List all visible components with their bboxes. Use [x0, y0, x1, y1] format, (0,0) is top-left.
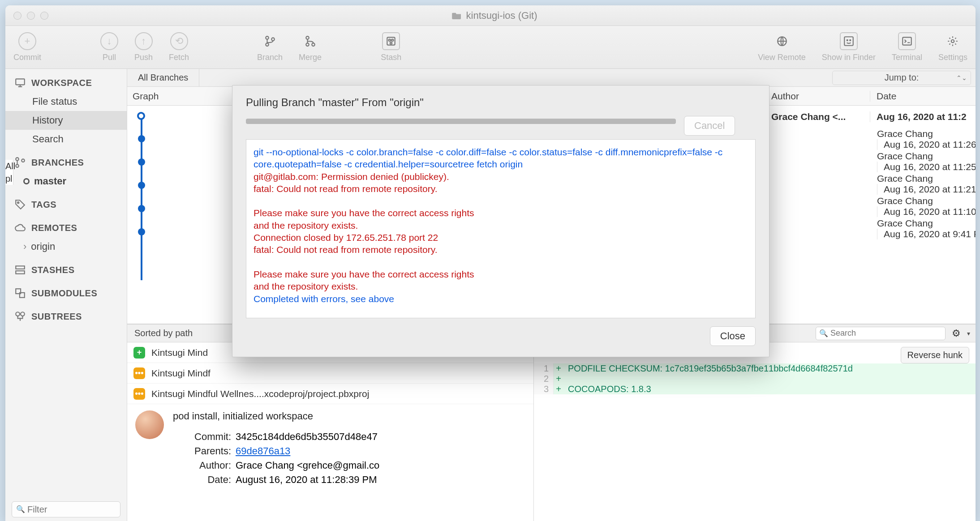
left-tab-pl[interactable]: pl: [5, 174, 13, 184]
app-window: kintsugi-ios (Git) +Commit ↓Pull ↑Push ⟲…: [5, 5, 976, 521]
chevron-right-icon: ›: [23, 241, 26, 252]
search-icon: 🔍: [16, 505, 25, 513]
sidebar-item-master[interactable]: master: [5, 172, 127, 191]
sidebar-item-file-status[interactable]: File status: [5, 92, 127, 111]
commit-node[interactable]: [138, 205, 145, 212]
svg-rect-14: [903, 37, 911, 45]
sidebar-item-history[interactable]: History: [5, 111, 127, 130]
folder-icon: [452, 12, 462, 20]
svg-point-20: [17, 202, 19, 203]
window-controls: [13, 12, 48, 20]
chevron-down-icon[interactable]: ▾: [967, 330, 970, 337]
commit-message: pod install, initialized workspace: [173, 410, 379, 422]
search-icon: 🔍: [819, 329, 828, 337]
jump-to-dropdown[interactable]: Jump to: ⌃⌄: [832, 71, 971, 85]
svg-rect-11: [844, 37, 853, 46]
console-output: git --no-optional-locks -c color.branch=…: [246, 139, 756, 318]
sidebar-filter-input[interactable]: [12, 501, 120, 517]
sidebar-item-search[interactable]: Search: [5, 130, 127, 149]
stash-button[interactable]: Stash: [381, 32, 401, 62]
column-author[interactable]: Author: [767, 91, 870, 102]
svg-point-3: [306, 36, 309, 39]
fetch-button[interactable]: ⟲Fetch: [169, 32, 189, 62]
merge-icon: [301, 32, 319, 50]
avatar: [135, 410, 164, 439]
commit-date: August 16, 2020 at 11:28:39 PM: [236, 474, 379, 486]
progress-bar: [246, 119, 676, 124]
parent-link[interactable]: 69de876a13: [236, 445, 290, 457]
svg-rect-21: [16, 266, 25, 269]
svg-point-2: [271, 38, 275, 41]
branch-button[interactable]: Branch: [257, 32, 283, 62]
minimize-window-button[interactable]: [27, 12, 35, 20]
column-graph[interactable]: Graph: [127, 91, 239, 102]
file-row[interactable]: •••Kintsugi Mindf: [127, 363, 533, 384]
finder-icon: [840, 32, 858, 50]
svg-rect-22: [16, 271, 25, 274]
chevron-up-down-icon: ⌃⌄: [956, 74, 967, 81]
globe-icon: [773, 32, 791, 50]
remotes-header[interactable]: REMOTES: [5, 218, 127, 237]
stashes-icon: [14, 264, 26, 276]
toolbar: +Commit ↓Pull ↑Push ⟲Fetch Branch Merge …: [5, 26, 976, 69]
left-tab-all[interactable]: All: [5, 161, 13, 171]
svg-point-9: [390, 42, 392, 44]
commit-node[interactable]: [137, 112, 145, 120]
commit-author: Grace Chang <grehce@gmail.co: [236, 460, 379, 471]
monitor-icon: [14, 77, 26, 89]
reverse-hunk-button[interactable]: Reverse hunk: [901, 347, 969, 363]
diff-search-input[interactable]: [816, 327, 946, 340]
fetch-icon: ⟲: [170, 32, 188, 50]
terminal-button[interactable]: Terminal: [892, 32, 922, 62]
titlebar: kintsugi-ios (Git): [5, 5, 976, 26]
svg-point-25: [16, 312, 20, 316]
subtrees-header[interactable]: SUBTREES: [5, 307, 127, 326]
show-in-finder-button[interactable]: Show in Finder: [822, 32, 876, 62]
commit-hash: 3425c184dde6d5b35507d48e47: [236, 431, 379, 443]
close-window-button[interactable]: [13, 12, 21, 20]
left-tab-strip: All pl: [5, 160, 13, 185]
diff-line: 2+: [534, 374, 976, 384]
submodules-header[interactable]: SUBMODULES: [5, 284, 127, 303]
subtrees-icon: [14, 311, 26, 322]
tab-all-branches[interactable]: All Branches: [127, 69, 199, 86]
commit-node[interactable]: [138, 228, 145, 235]
stashes-header[interactable]: STASHES: [5, 260, 127, 279]
view-remote-button[interactable]: View Remote: [758, 32, 806, 62]
cancel-button[interactable]: Cancel: [684, 116, 735, 136]
tags-header[interactable]: TAGS: [5, 195, 127, 214]
svg-point-12: [847, 40, 848, 41]
zoom-window-button[interactable]: [40, 12, 48, 20]
sidebar-item-origin[interactable]: › origin: [5, 237, 127, 256]
submodules-icon: [14, 287, 26, 299]
column-date[interactable]: Date: [870, 91, 976, 102]
diff-line: 1+PODFILE CHECKSUM: 1c7c819ef35b65b3a7fb…: [534, 363, 976, 374]
gear-icon: [944, 32, 962, 50]
pull-dialog: Pulling Branch "master" From "origin" Ca…: [232, 85, 769, 357]
window-title-text: kintsugi-ios (Git): [466, 10, 537, 21]
commit-button[interactable]: +Commit: [13, 32, 41, 62]
svg-rect-16: [16, 79, 25, 85]
branches-header[interactable]: BRANCHES: [5, 153, 127, 172]
commit-node[interactable]: [138, 158, 145, 166]
svg-point-17: [16, 158, 19, 161]
terminal-icon: [898, 32, 916, 50]
settings-button[interactable]: Settings: [938, 32, 967, 62]
workspace-header[interactable]: WORKSPACE: [5, 73, 127, 92]
svg-point-15: [951, 40, 954, 43]
svg-point-5: [312, 43, 315, 46]
close-button[interactable]: Close: [710, 326, 756, 346]
gear-icon[interactable]: ⚙: [952, 328, 961, 339]
pull-button[interactable]: ↓Pull: [100, 32, 118, 62]
svg-point-18: [16, 164, 19, 167]
svg-point-7: [389, 39, 391, 41]
cloud-icon: [14, 222, 26, 234]
file-status-badge: •••: [133, 367, 145, 379]
diff-line: 3+COCOAPODS: 1.8.3: [534, 384, 976, 394]
file-row[interactable]: •••Kintsugi Mindful Wellnes....xcodeproj…: [127, 384, 533, 404]
commit-node[interactable]: [138, 182, 145, 189]
merge-button[interactable]: Merge: [299, 32, 322, 62]
push-button[interactable]: ↑Push: [134, 32, 153, 62]
commit-node[interactable]: [138, 135, 145, 142]
branch-icon: [261, 32, 279, 50]
